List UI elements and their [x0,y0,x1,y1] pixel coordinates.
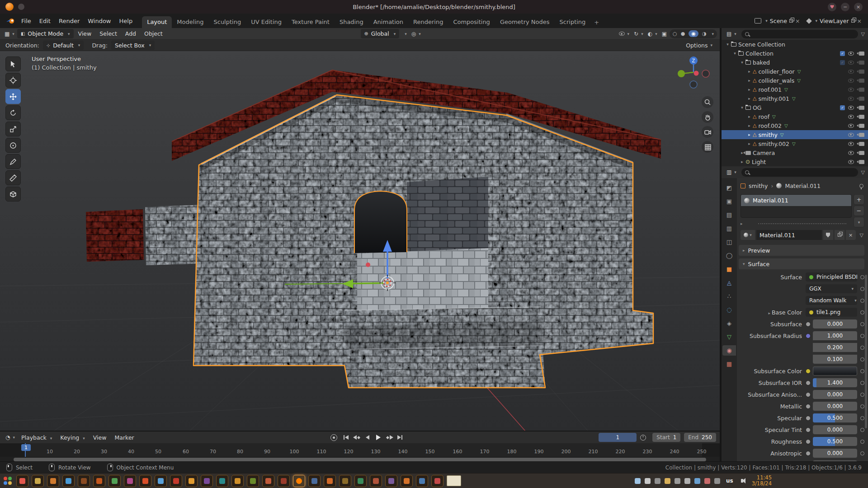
volume-icon[interactable] [741,479,743,483]
value-slider[interactable]: 0.000 [813,402,857,411]
current-frame-badge[interactable]: 1 [21,444,31,451]
timeline-ruler[interactable]: 10 20 30 40 50 60 70 80 90 100 110 120 1… [0,443,720,457]
z-neg-ball[interactable] [690,81,697,88]
play-button[interactable] [373,433,383,442]
value-field[interactable]: 0.000 [813,319,857,328]
outliner-row[interactable]: ▸⊙ Light [722,157,868,166]
next-keyframe-button[interactable] [384,433,394,442]
disclosure-icon[interactable]: ▸ [746,123,753,128]
tab-output[interactable]: ▤ [722,210,736,220]
breadcrumb-object[interactable]: smithy [749,183,768,189]
hide-eye-icon[interactable] [848,70,854,74]
disclosure-icon[interactable]: ▸ [746,132,753,137]
tray-icon[interactable] [694,478,700,484]
gizmos-dropdown[interactable]: ↻▾ [632,29,645,38]
outliner-row[interactable]: ▸△ smithy.001▽ [722,94,868,103]
move-tool[interactable] [5,89,21,104]
filter-icon[interactable]: ▽ [861,31,865,37]
tray-icon[interactable] [714,478,720,484]
disclosure-icon[interactable]: ▸ [746,78,753,83]
x-axis-handle[interactable] [366,263,370,267]
animate-icon[interactable] [860,369,864,373]
render-visibility-icon[interactable] [859,124,864,128]
animate-icon[interactable] [860,440,864,444]
animate-icon[interactable] [860,299,864,303]
add-workspace-button[interactable]: + [590,17,603,28]
surface-shader-dropdown[interactable]: Principled BSDF ▾ [806,272,857,282]
subsurface-method-dropdown[interactable]: Random Walk ▾ [806,296,857,305]
tab-tool[interactable]: ◩ [722,183,736,193]
applications-menu-icon[interactable] [4,477,12,485]
menu-playback[interactable]: Playback ▾ [18,434,56,441]
hide-eye-icon[interactable] [848,52,854,56]
animate-icon[interactable] [860,287,864,291]
disclosure-icon[interactable]: ▸ [768,311,770,315]
hide-eye-icon[interactable] [848,115,854,119]
material-name-field[interactable]: Material.011 [756,230,822,240]
tab-world[interactable]: ◯ [722,250,736,261]
animate-icon[interactable] [860,428,864,432]
taskbar-app-icon[interactable] [431,475,443,487]
menu-window[interactable]: Window [84,18,115,24]
render-visibility-icon[interactable] [859,151,864,155]
render-visibility-icon[interactable] [859,142,864,146]
hide-eye-icon[interactable] [848,142,854,146]
taskbar-app-icon[interactable] [185,475,198,487]
taskbar-app-icon[interactable] [155,475,167,487]
shading-material-icon[interactable]: ◉ [689,30,698,37]
properties-search-input[interactable] [741,168,858,177]
tab-object-data[interactable]: ▽ [722,332,736,342]
disclosure-icon[interactable]: ▸ [739,160,745,164]
new-scene-icon[interactable] [789,19,793,23]
pan-hand-icon[interactable] [702,111,713,123]
filter-icon[interactable]: ▽ [861,169,865,175]
taskbar-app-icon[interactable] [124,475,136,487]
taskbar-app-icon[interactable] [62,475,75,487]
add-slot-button[interactable]: + [854,194,864,205]
value-field[interactable]: 0.200 [813,343,857,352]
blender-logo-icon[interactable] [5,18,15,24]
taskbar-app-icon[interactable] [401,475,413,487]
tray-icon[interactable] [645,478,651,484]
hide-eye-icon[interactable] [848,106,854,110]
hide-eye-icon[interactable] [848,79,854,83]
tray-icon[interactable] [684,478,690,484]
tab-modeling[interactable]: Modeling [172,16,208,28]
exclude-checkbox[interactable]: ✓ [840,105,845,110]
stopwatch-icon[interactable] [640,435,646,441]
disclosure-icon[interactable]: ▾ [739,60,745,65]
outliner-row[interactable]: ▸△ roof.001▽ [722,85,868,94]
value-slider[interactable]: 1.400 [813,378,857,387]
exclude-checkbox[interactable]: ✓ [840,51,845,56]
options-dropdown[interactable]: Options ▾ [684,41,714,50]
tab-scripting[interactable]: Scripting [555,16,591,28]
taskbar-app-icon[interactable] [47,475,59,487]
animate-icon[interactable] [860,381,864,385]
select-box-tool[interactable] [5,56,21,71]
tab-animation[interactable]: Animation [368,16,408,28]
disclosure-icon[interactable]: ▸ [746,87,753,92]
taskbar-app-icon[interactable] [416,475,428,487]
tab-material[interactable]: ◉ [722,345,736,356]
transform-tool[interactable] [5,138,21,153]
value-slider[interactable]: 0.000 [813,425,857,434]
taskbar-app-icon[interactable] [385,475,397,487]
tab-rendering[interactable]: Rendering [408,16,448,28]
x-axis-ball[interactable] [694,71,699,76]
disclosure-icon[interactable]: ▸ [746,114,753,119]
scrollbar[interactable] [865,275,867,428]
timeline-scrollbar[interactable] [14,458,706,461]
value-field[interactable]: 0.100 [813,355,857,364]
render-visibility-icon[interactable] [859,97,864,101]
render-visibility-icon[interactable] [859,52,864,56]
ortho-grid-icon[interactable] [702,141,713,153]
render-visibility-icon[interactable] [859,70,864,74]
measure-tool[interactable] [5,170,21,185]
menu-view[interactable]: View [90,434,110,441]
add-cube-tool[interactable] [5,187,21,202]
material-slot-item[interactable]: Material.011 [741,195,851,206]
outliner-row[interactable]: ▸ Camera [722,148,868,157]
value-field[interactable]: 1.000 [813,331,857,340]
animate-icon[interactable] [860,357,864,361]
editor-type-button[interactable]: ▥▾ [725,168,738,177]
